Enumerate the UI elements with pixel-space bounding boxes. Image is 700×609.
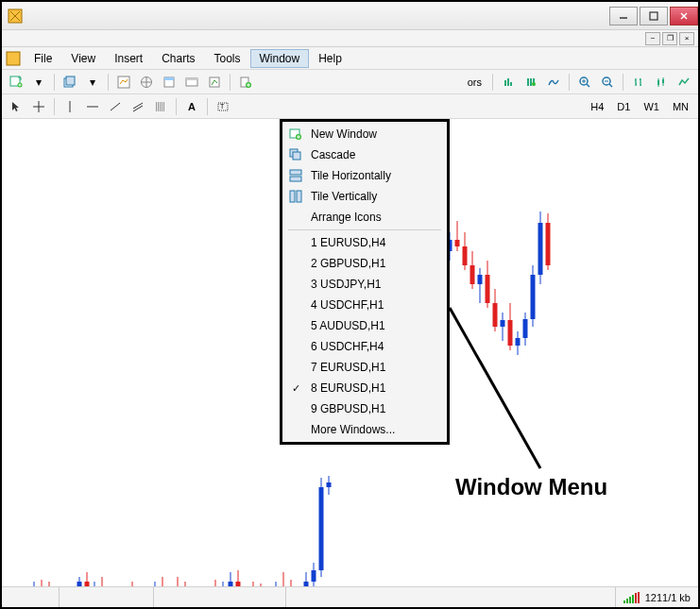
menu-window-7[interactable]: 7 EURUSD,H1 (284, 357, 445, 378)
menu-tile-vertical[interactable]: Tile Vertically (284, 186, 445, 207)
app-menu-icon (6, 51, 21, 66)
menubar: File View Insert Charts Tools Window Hel… (2, 47, 698, 70)
menu-arrange-icons[interactable]: Arrange Icons (284, 207, 445, 228)
tile-v-icon (288, 189, 303, 204)
svg-rect-105 (312, 570, 316, 582)
svg-rect-11 (164, 77, 174, 80)
menu-charts[interactable]: Charts (152, 49, 204, 68)
menu-separator (288, 229, 441, 230)
menu-label: 7 EURUSD,H1 (311, 361, 385, 374)
timeframe-mn[interactable]: MN (667, 101, 694, 112)
navigator-icon[interactable] (136, 72, 157, 93)
menu-view[interactable]: View (61, 49, 105, 68)
svg-rect-8 (118, 76, 129, 88)
mdi-close-button[interactable]: × (679, 32, 694, 45)
menu-window-4[interactable]: 4 USDCHF,H1 (284, 295, 445, 315)
menu-file[interactable]: File (25, 49, 61, 68)
svg-rect-7 (66, 76, 75, 85)
menu-window-3[interactable]: 3 USDJPY,H1 (284, 274, 445, 295)
timeframe-h4[interactable]: H4 (585, 101, 609, 112)
trendline-icon[interactable] (105, 96, 126, 117)
app-icon (8, 8, 23, 24)
data-window-icon[interactable] (159, 72, 179, 93)
menu-cascade[interactable]: Cascade (284, 144, 445, 165)
zoom-in-icon[interactable] (574, 72, 595, 93)
menu-window[interactable]: Window (250, 49, 310, 68)
zoom-out-icon[interactable] (597, 72, 618, 93)
menu-help[interactable]: Help (309, 49, 351, 68)
profiles-dropdown-icon[interactable]: ▾ (82, 72, 103, 93)
menu-more-windows[interactable]: More Windows... (284, 419, 445, 440)
svg-rect-85 (236, 582, 241, 586)
bar-chart-icon[interactable] (628, 72, 649, 93)
status-cell-4 (285, 587, 380, 607)
menu-label: 2 GBPUSD,H1 (311, 257, 385, 270)
menu-new-window[interactable]: New Window (284, 124, 445, 144)
menu-label: Tile Horizontally (311, 169, 391, 182)
mdi-controls: − ❐ × (2, 30, 698, 47)
connection-bars-icon (623, 592, 640, 603)
menu-window-6[interactable]: 6 USDCHF,H4 (284, 336, 445, 357)
svg-rect-20 (657, 80, 659, 85)
fibonacci-icon[interactable] (150, 96, 171, 117)
channel-icon[interactable] (128, 96, 148, 117)
svg-rect-109 (327, 482, 332, 487)
new-dropdown-icon[interactable]: ▾ (28, 72, 49, 93)
templates-icon[interactable] (521, 72, 541, 93)
svg-rect-121 (470, 265, 475, 284)
menu-window-2[interactable]: 2 GBPUSD,H1 (284, 253, 445, 274)
profiles-icon[interactable] (60, 72, 80, 93)
crosshair-icon[interactable] (28, 96, 49, 117)
menu-label: 6 USDCHF,H4 (311, 340, 384, 353)
timeframe-w1[interactable]: W1 (638, 101, 665, 112)
chart-area[interactable]: New Window Cascade Tile Horizontally Til… (2, 119, 698, 586)
svg-rect-135 (523, 319, 528, 338)
toolbar-main: ▾ ▾ ors (2, 70, 698, 94)
line-chart-icon[interactable] (674, 72, 694, 93)
periodicity-icon[interactable] (498, 72, 519, 93)
close-button[interactable] (670, 7, 698, 25)
candle-chart-icon[interactable] (651, 72, 672, 93)
window-menu-dropdown: New Window Cascade Tile Horizontally Til… (280, 119, 450, 445)
status-cell-2 (59, 587, 153, 607)
svg-rect-83 (229, 582, 233, 586)
minimize-button[interactable] (609, 7, 638, 25)
app-window: − ❐ × File View Insert Charts Tools Wind… (2, 2, 698, 607)
text-label-icon[interactable]: T (213, 96, 233, 117)
svg-rect-129 (501, 320, 505, 327)
menu-tile-horizontal[interactable]: Tile Horizontally (284, 165, 445, 186)
menu-window-5[interactable]: 5 AUDUSD,H1 (284, 315, 445, 336)
mdi-minimize-button[interactable]: − (645, 32, 660, 45)
timeframe-d1[interactable]: D1 (611, 101, 636, 112)
terminal-icon[interactable] (181, 72, 202, 93)
svg-rect-139 (538, 223, 543, 275)
text-icon[interactable]: A (181, 96, 202, 117)
titlebar (2, 2, 698, 30)
maximize-button[interactable] (640, 7, 668, 25)
svg-rect-119 (463, 246, 468, 265)
menu-label: New Window (311, 127, 377, 141)
svg-rect-148 (290, 191, 295, 202)
vertical-line-icon[interactable] (60, 96, 80, 117)
svg-rect-117 (455, 240, 460, 246)
market-watch-icon[interactable] (113, 72, 134, 93)
svg-rect-145 (293, 152, 300, 160)
svg-rect-141 (546, 223, 551, 265)
mdi-restore-button[interactable]: ❐ (662, 32, 677, 45)
menu-insert[interactable]: Insert (105, 49, 152, 68)
menu-label: 1 EURUSD,H4 (311, 236, 385, 249)
horizontal-line-icon[interactable] (82, 96, 103, 117)
strategy-tester-icon[interactable] (204, 72, 225, 93)
svg-rect-137 (531, 275, 536, 319)
cursor-icon[interactable] (6, 96, 26, 117)
menu-window-8[interactable]: ✓8 EURUSD,H1 (284, 378, 445, 398)
statusbar: 1211/1 kb (2, 586, 698, 607)
menu-label: Arrange Icons (311, 211, 382, 224)
menu-tools[interactable]: Tools (205, 49, 250, 68)
new-chart-icon[interactable] (6, 72, 26, 93)
new-order-icon[interactable] (235, 72, 256, 93)
menu-window-1[interactable]: 1 EURUSD,H4 (284, 232, 445, 253)
menu-window-9[interactable]: 9 GBPUSD,H1 (284, 398, 445, 419)
status-cell-1 (2, 587, 59, 607)
indicators-list-icon[interactable] (543, 72, 564, 93)
